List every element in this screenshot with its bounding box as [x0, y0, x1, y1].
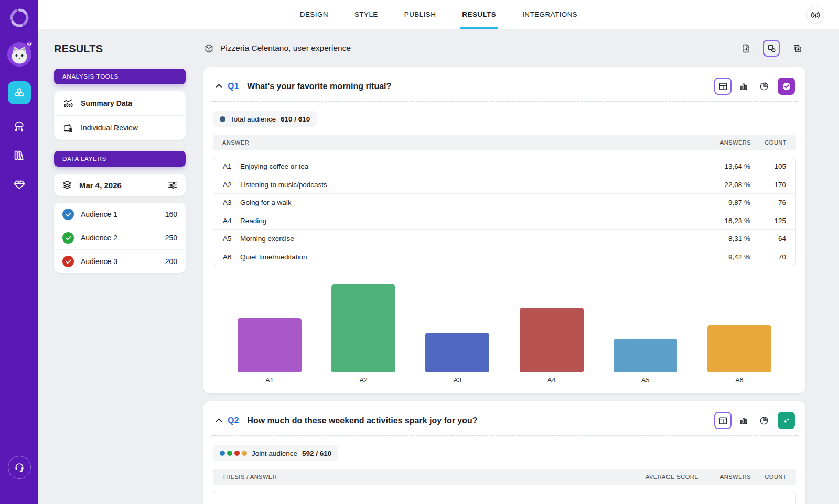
tab-design[interactable]: DESIGN	[299, 7, 329, 21]
main-nav: DESIGN STYLE PUBLISH RESULTS INTEGRATION…	[299, 7, 578, 21]
q1-view-tools	[711, 78, 795, 95]
export-button[interactable]	[737, 40, 754, 57]
answer-code: A3	[223, 199, 240, 206]
col-average-score: AVERAGE SCORE	[636, 474, 698, 480]
table-row[interactable]: A2 Listening to music/podcasts 22,08 % 1…	[213, 176, 795, 194]
answer-code: A2	[223, 181, 240, 189]
tool-label: Individual Review	[81, 124, 138, 132]
audience-dot	[227, 451, 232, 456]
collapse-chevron-icon[interactable]	[214, 81, 228, 91]
answer-code: A5	[223, 235, 240, 243]
table-view-button[interactable]	[714, 412, 732, 429]
col-count: COUNT	[751, 139, 787, 146]
col-count: COUNT	[751, 474, 787, 480]
support-button[interactable]	[8, 456, 31, 479]
table-row[interactable]: A3 Going for a walk 9,87 % 76	[213, 193, 795, 212]
table-view-button[interactable]	[714, 78, 732, 95]
tool-summary-data[interactable]: Summary Data	[54, 91, 186, 115]
gem-icon	[12, 177, 27, 192]
collapse-chevron-icon[interactable]	[214, 415, 228, 425]
bar-a1[interactable]	[238, 318, 302, 372]
table-row[interactable]: A1 Enjoying coffee or tea 13,64 % 105	[213, 157, 795, 176]
results-main-area: Pizzeria Celentano, user experience	[195, 29, 839, 504]
pie-chart-view-button[interactable]	[755, 78, 772, 95]
answer-label: Going for a walk	[240, 199, 692, 206]
date-filter-label: Mar 4, 2026	[79, 181, 160, 190]
sidebar-item-analytics-active[interactable]	[8, 81, 31, 104]
question-code: Q1	[228, 82, 239, 91]
audience-label: Audience 1	[81, 210, 158, 218]
audience-dot	[220, 451, 225, 456]
data-layers-header: DATA LAYERS	[54, 151, 186, 167]
col-answer: ANSWER	[222, 139, 692, 146]
joint-audience-dots	[220, 451, 247, 456]
copy-plus-icon	[792, 43, 803, 54]
sidebar-item-library[interactable]	[8, 147, 31, 163]
question-code: Q2	[228, 416, 239, 425]
audience-row-3[interactable]: Audience 3 200	[54, 249, 186, 273]
answer-label: Enjoying coffee or tea	[240, 162, 692, 170]
top-navigation-bar: DESIGN STYLE PUBLISH RESULTS INTEGRATION…	[38, 0, 839, 29]
pie-chart-icon	[759, 81, 769, 92]
stars-icon	[781, 415, 792, 426]
user-avatar[interactable]	[7, 42, 31, 67]
brand-logo[interactable]	[8, 7, 30, 29]
q1-bar-chart	[213, 284, 796, 372]
q2-audience-pill: Joint audience 592 / 610	[213, 445, 338, 461]
copy-add-button[interactable]	[789, 40, 805, 57]
sidebar-item-jellyfish[interactable]	[8, 118, 31, 134]
bar-a3[interactable]	[425, 333, 489, 372]
bar-chart-view-button[interactable]	[735, 78, 752, 95]
pie-chart-view-button[interactable]	[755, 412, 772, 429]
broadcast-button[interactable]	[806, 6, 824, 24]
answer-label: Reading	[240, 217, 692, 225]
table-row[interactable]: A5 Morning exercise 8,31 % 64	[213, 229, 795, 248]
col-answers: ANSWERS	[698, 474, 751, 480]
bar-a4[interactable]	[520, 308, 584, 372]
pie-chart-icon	[759, 415, 769, 426]
audience-2-check-icon[interactable]	[62, 232, 74, 244]
export-icon	[740, 43, 751, 54]
overlap-view-button[interactable]	[763, 40, 780, 57]
q2-table-header: THESIS / ANSWER AVERAGE SCORE ANSWERS CO…	[213, 469, 796, 485]
tab-publish[interactable]: PUBLISH	[403, 7, 437, 21]
bar-tick-label: A5	[614, 377, 677, 384]
bar-a5[interactable]	[614, 339, 677, 372]
q1-action-button[interactable]	[778, 78, 795, 95]
tool-individual-review[interactable]: Individual Review	[54, 115, 186, 140]
audiences-card: Audience 1 160 Audience 2 250 Audience 3…	[54, 203, 186, 273]
project-header: Pizzeria Celentano, user experience	[203, 40, 805, 57]
table-row[interactable]: A6 Quiet time/meditation 9,42 % 70	[213, 248, 795, 266]
audience-dot	[242, 451, 247, 456]
audience-dot	[234, 451, 240, 456]
answer-count: 64	[750, 235, 786, 243]
audience-row-2[interactable]: Audience 2 250	[54, 226, 186, 249]
bar-a2[interactable]	[331, 284, 395, 372]
question-card-q1: Q1 What's your favorite morning ritual?	[203, 67, 805, 393]
audience-3-check-icon[interactable]	[62, 256, 74, 267]
rail-divider	[9, 35, 30, 35]
audience-row-1[interactable]: Audience 1 160	[54, 203, 186, 226]
bar-chart-view-button[interactable]	[735, 412, 752, 429]
audience-1-check-icon[interactable]	[62, 209, 74, 220]
bar-a6[interactable]	[707, 325, 771, 372]
check-circle-icon	[781, 81, 792, 92]
tab-results[interactable]: RESULTS	[461, 7, 497, 21]
table-row[interactable]: A4 Reading 16,23 % 125	[213, 212, 795, 230]
col-answers: ANSWERS	[692, 139, 751, 146]
sliders-icon[interactable]	[167, 179, 178, 191]
date-layer-card[interactable]: Mar 4, 2026	[54, 174, 186, 196]
answer-label: Morning exercise	[240, 235, 692, 243]
answer-code: A6	[223, 253, 240, 261]
answer-percent: 9,87 %	[692, 199, 750, 206]
sidebar-item-rewards[interactable]	[8, 177, 31, 192]
q2-action-button[interactable]	[778, 412, 795, 429]
answer-count: 105	[750, 162, 786, 170]
tab-integrations[interactable]: INTEGRATIONS	[521, 7, 578, 21]
answer-percent: 16,23 %	[692, 217, 750, 225]
answer-count: 125	[750, 217, 786, 225]
q1-header: Q1 What's your favorite morning ritual?	[213, 73, 796, 101]
question-card-q2: Q2 How much do these weekend activities …	[203, 401, 805, 504]
tab-style[interactable]: STYLE	[353, 7, 379, 21]
bar-tick-label: A2	[331, 377, 395, 384]
